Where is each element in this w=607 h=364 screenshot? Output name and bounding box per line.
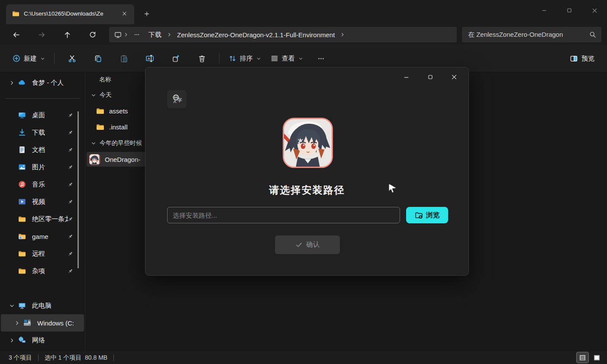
install-path-input[interactable] [167,207,400,223]
address-bar[interactable]: 下载 ZenlessZoneZero-OneDragon-v2.1.1-Full… [109,27,457,42]
search-text: 在 ZenlessZoneZero-OneDragon [468,31,589,39]
rename-button[interactable] [139,50,160,67]
sidebar-item-this-pc[interactable]: 此电脑 [1,297,84,314]
large-icons-view-button[interactable] [591,352,603,363]
sidebar-item-music[interactable]: 音乐 [1,176,84,193]
chevron-down-icon[interactable] [6,303,17,309]
cut-button[interactable] [61,50,82,67]
list-view-icon [579,354,586,361]
close-icon [451,74,458,81]
new-tab-button[interactable] [139,7,154,21]
dialog-window-controls [394,69,466,85]
chevron-right-icon[interactable] [11,320,23,326]
paste-button[interactable] [113,50,134,67]
sidebar-item-label: 网络 [32,336,74,345]
sidebar-scrollbar[interactable] [77,111,79,268]
trash-icon [198,55,206,63]
refresh-button[interactable] [83,27,102,42]
chevron-right-icon[interactable] [6,80,17,86]
file-name: .install [109,123,128,131]
view-icon [271,55,278,62]
videos-icon [18,198,26,206]
sidebar-item-label: 文档 [32,146,65,154]
sidebar-item-videos[interactable]: 视频 [1,193,84,210]
dialog-maximize-button[interactable] [418,69,442,85]
sidebar-item-label: 音乐 [32,180,65,189]
pin-icon [67,216,74,222]
cut-icon [68,55,76,63]
sidebar-item-label: 视频 [32,198,65,206]
close-button[interactable] [582,0,607,21]
maximize-icon [427,74,433,80]
sidebar-divider [5,98,80,99]
forward-button[interactable] [32,27,51,42]
close-icon [122,11,127,16]
items-count: 3 个项目 [9,354,32,362]
confirm-button[interactable]: 确认 [275,235,340,254]
maximize-button[interactable] [557,0,582,21]
sidebar-item-pictures[interactable]: 图片 [1,158,84,176]
browse-button[interactable]: 浏览 [406,207,448,223]
onedrive-cloud-icon [18,79,26,87]
sidebar-item-misc[interactable]: 杂项 [1,262,84,280]
search-box[interactable]: 在 ZenlessZoneZero-OneDragon [462,27,601,42]
sidebar-item-remote[interactable]: 远程 [1,245,84,262]
this-pc-icon [114,31,122,39]
app-avatar-icon [89,154,100,165]
sidebar-item-game[interactable]: game [1,228,84,245]
file-row-onedragon[interactable]: OneDragon- [87,152,152,167]
status-divider [113,354,114,361]
copy-button[interactable] [87,50,108,67]
sidebar-item-downloads[interactable]: 下载 [1,124,84,141]
sidebar-item-documents[interactable]: 文档 [1,141,84,158]
pin-icon [67,268,74,274]
preview-button[interactable]: 预览 [565,50,599,67]
sidebar-item-zzz-folder[interactable]: 绝区零一条龙 [1,210,84,228]
minimize-icon [403,74,410,81]
search-icon [589,31,596,38]
sidebar-item-windows-c[interactable]: Windows (C:) [1,314,84,332]
pin-icon [67,164,74,171]
dialog-minimize-button[interactable] [394,69,418,85]
chevron-right-icon[interactable] [6,338,17,343]
breadcrumb-downloads[interactable]: 下载 [145,29,165,41]
pin-icon [67,112,74,119]
sidebar-item-label: 杂项 [32,267,65,275]
translate-icon [172,94,182,104]
network-icon [18,336,26,344]
sidebar-item-onedrive[interactable]: 食梦 - 个人 [1,74,84,91]
pin-icon [67,233,74,240]
confirm-label: 确认 [307,240,320,249]
view-label: 查看 [282,55,295,63]
new-button[interactable]: 新建 [8,50,50,67]
preview-pane-icon [570,55,578,63]
breadcrumb-current-folder[interactable]: ZenlessZoneZero-OneDragon-v2.1.1-Full-En… [174,29,338,40]
explorer-tab[interactable]: C:\Users\10265\Downloads\Ze [6,4,134,24]
view-button[interactable]: 查看 [266,50,308,67]
sidebar-item-label: game [32,233,65,240]
sidebar-item-label: 图片 [32,163,65,171]
sort-icon [229,55,236,62]
dialog-close-button[interactable] [442,69,466,85]
pin-icon [67,181,74,188]
sidebar-item-desktop[interactable]: 桌面 [1,106,84,124]
new-plus-icon [13,55,20,62]
tab-close-button[interactable] [119,8,130,19]
more-options-button[interactable] [310,50,331,67]
back-button[interactable] [6,27,26,42]
sidebar-gap [0,280,85,297]
anime-avatar-icon [284,119,332,167]
minimize-button[interactable] [532,0,557,21]
sort-button[interactable]: 排序 [224,50,266,67]
share-button[interactable] [165,50,186,67]
sidebar-item-network[interactable]: 网络 [1,332,84,349]
folder-icon [96,123,104,131]
details-view-button[interactable] [577,352,588,363]
up-button[interactable] [58,27,77,42]
delete-button[interactable] [191,50,212,67]
sidebar-item-label: 桌面 [32,111,65,119]
language-switch-button[interactable] [167,90,187,108]
breadcrumb-ellipsis[interactable] [130,30,143,39]
ellipsis-icon [317,55,325,62]
downloads-icon [18,129,26,136]
